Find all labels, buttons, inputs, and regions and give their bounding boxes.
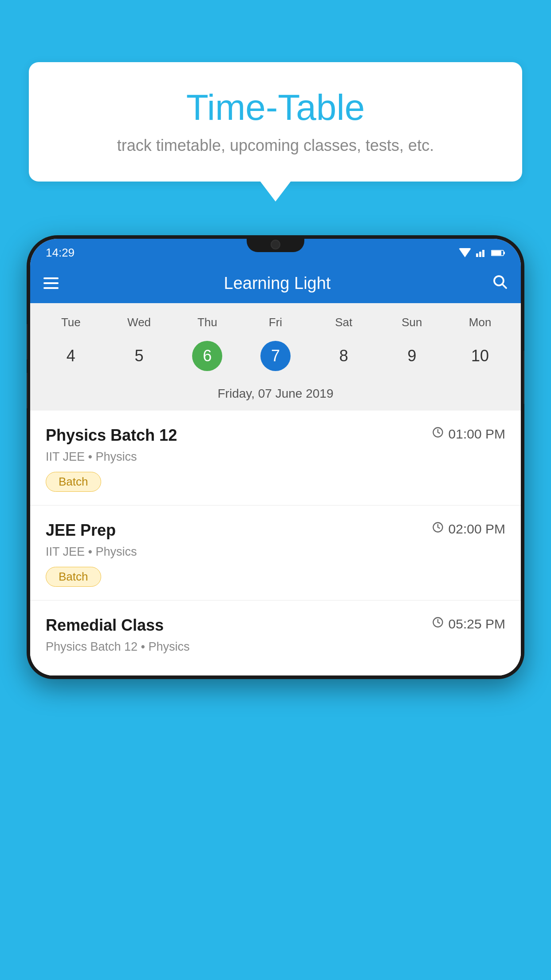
class-item-2[interactable]: JEE Prep 02:00 PM IIT JEE • Physics — [30, 506, 521, 601]
clock-icon-1 — [432, 426, 444, 442]
batch-badge-1: Batch — [46, 472, 101, 492]
class-time-2: 02:00 PM — [432, 521, 505, 537]
class-name-3: Remedial Class — [46, 616, 164, 635]
day-number-4: 4 — [56, 341, 86, 371]
phone-wrapper: 14:29 — [27, 235, 524, 980]
hamburger-line-2 — [43, 282, 59, 284]
class-time-3: 05:25 PM — [432, 616, 505, 632]
svg-rect-0 — [476, 253, 478, 257]
class-list: Physics Batch 12 01:00 PM IIT JEE • P — [30, 411, 521, 676]
day-number-9: 9 — [397, 341, 427, 371]
calendar-strip: Tue Wed Thu Fri Sat Sun Mon 4 5 — [30, 303, 521, 411]
day-cell-7[interactable]: 7 — [241, 336, 310, 375]
class-item-1-header: Physics Batch 12 01:00 PM — [46, 426, 505, 445]
volume-up-button — [27, 324, 28, 360]
day-number-6: 6 — [192, 341, 222, 371]
phone-notch — [247, 235, 304, 252]
app-bar: Learning Light — [30, 263, 521, 303]
front-camera — [271, 240, 280, 249]
phone-frame: 14:29 — [27, 235, 524, 679]
class-name-2: JEE Prep — [46, 521, 116, 540]
class-meta-2: IIT JEE • Physics — [46, 545, 505, 559]
day-header-thu: Thu — [173, 312, 241, 333]
class-meta-3: Physics Batch 12 • Physics — [46, 640, 505, 654]
class-name-1: Physics Batch 12 — [46, 426, 177, 445]
class-time-text-2: 02:00 PM — [449, 522, 505, 537]
clock-icon-3 — [432, 616, 444, 632]
svg-rect-5 — [504, 252, 505, 254]
class-time-text-1: 01:00 PM — [449, 427, 505, 442]
battery-icon — [491, 249, 505, 257]
day-header-wed: Wed — [105, 312, 173, 333]
day-header-fri: Fri — [241, 312, 310, 333]
day-cell-10[interactable]: 10 — [446, 336, 514, 375]
power-button — [523, 351, 524, 404]
svg-rect-2 — [482, 250, 484, 257]
class-time-text-3: 05:25 PM — [449, 616, 505, 632]
day-cell-6[interactable]: 6 — [173, 336, 241, 375]
clock-icon-2 — [432, 521, 444, 537]
volume-down-button — [27, 373, 28, 408]
signal-icon — [476, 248, 487, 258]
wifi-icon — [458, 248, 472, 258]
class-item-1[interactable]: Physics Batch 12 01:00 PM IIT JEE • P — [30, 411, 521, 506]
hamburger-line-3 — [43, 287, 59, 289]
search-button[interactable] — [492, 273, 508, 293]
day-number-10: 10 — [465, 341, 495, 371]
day-cell-8[interactable]: 8 — [310, 336, 378, 375]
day-numbers: 4 5 6 7 8 9 — [30, 333, 521, 382]
batch-badge-2: Batch — [46, 567, 101, 587]
class-meta-1: IIT JEE • Physics — [46, 450, 505, 464]
day-header-sun: Sun — [378, 312, 446, 333]
class-item-2-header: JEE Prep 02:00 PM — [46, 521, 505, 540]
day-header-tue: Tue — [37, 312, 105, 333]
app-bar-title: Learning Light — [76, 274, 478, 293]
svg-rect-1 — [479, 252, 481, 257]
day-number-5: 5 — [124, 341, 154, 371]
hamburger-menu-button[interactable] — [43, 277, 59, 289]
day-headers: Tue Wed Thu Fri Sat Sun Mon — [30, 312, 521, 333]
day-cell-5[interactable]: 5 — [105, 336, 173, 375]
class-item-3-header: Remedial Class 05:25 PM — [46, 616, 505, 635]
speech-bubble-container: Time-Table track timetable, upcoming cla… — [29, 62, 522, 182]
day-number-7: 7 — [260, 341, 291, 371]
class-time-1: 01:00 PM — [432, 426, 505, 442]
day-header-sat: Sat — [310, 312, 378, 333]
hamburger-line-1 — [43, 277, 59, 279]
class-item-3[interactable]: Remedial Class 05:25 PM Physics Batch — [30, 601, 521, 676]
svg-rect-4 — [492, 251, 501, 255]
selected-date-label: Friday, 07 June 2019 — [30, 382, 521, 411]
bubble-title: Time-Table — [55, 87, 496, 128]
phone-screen: 14:29 — [30, 239, 521, 676]
speech-bubble: Time-Table track timetable, upcoming cla… — [29, 62, 522, 182]
bubble-subtitle: track timetable, upcoming classes, tests… — [55, 136, 496, 155]
status-icons — [458, 248, 505, 258]
day-cell-9[interactable]: 9 — [378, 336, 446, 375]
day-number-8: 8 — [329, 341, 359, 371]
svg-line-7 — [503, 284, 506, 288]
status-time: 14:29 — [46, 246, 75, 260]
day-cell-4[interactable]: 4 — [37, 336, 105, 375]
day-header-mon: Mon — [446, 312, 514, 333]
